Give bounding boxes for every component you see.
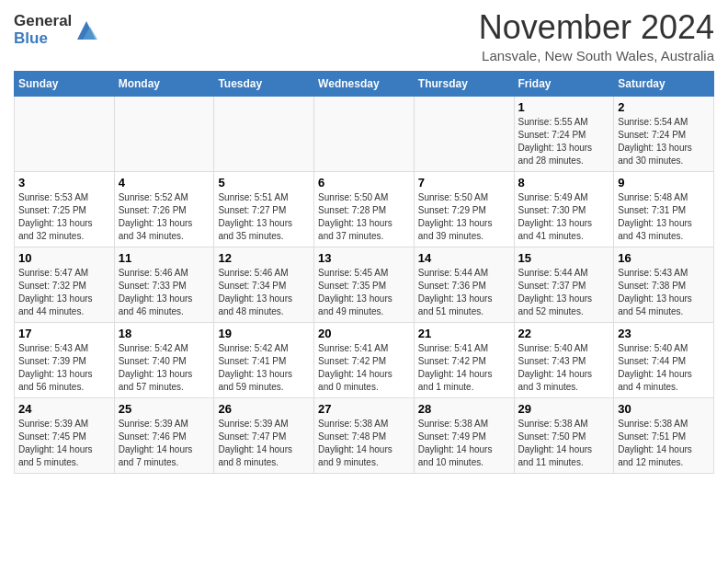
day-number: 28 (418, 402, 510, 416)
month-title: November 2024 (479, 9, 714, 46)
calendar-cell-w4-d5: 21Sunrise: 5:41 AM Sunset: 7:42 PM Dayli… (414, 322, 514, 397)
col-tuesday: Tuesday (214, 71, 314, 96)
day-info: Sunrise: 5:38 AM Sunset: 7:49 PM Dayligh… (418, 418, 510, 469)
calendar-week-4: 17Sunrise: 5:43 AM Sunset: 7:39 PM Dayli… (15, 322, 714, 397)
calendar-week-5: 24Sunrise: 5:39 AM Sunset: 7:45 PM Dayli… (15, 397, 714, 473)
day-info: Sunrise: 5:46 AM Sunset: 7:34 PM Dayligh… (218, 267, 310, 318)
calendar-table: Sunday Monday Tuesday Wednesday Thursday… (14, 71, 714, 474)
col-monday: Monday (114, 71, 214, 96)
location: Lansvale, New South Wales, Australia (479, 48, 714, 63)
calendar-cell-w1-d4 (314, 96, 415, 171)
day-number: 19 (218, 327, 310, 340)
calendar-cell-w2-d1: 3Sunrise: 5:53 AM Sunset: 7:25 PM Daylig… (15, 171, 115, 247)
calendar-cell-w3-d4: 13Sunrise: 5:45 AM Sunset: 7:35 PM Dayli… (314, 247, 415, 322)
calendar-week-1: 1Sunrise: 5:55 AM Sunset: 7:24 PM Daylig… (15, 96, 714, 171)
calendar-week-2: 3Sunrise: 5:53 AM Sunset: 7:25 PM Daylig… (15, 171, 714, 247)
logo-general-text: General (14, 13, 72, 30)
day-info: Sunrise: 5:38 AM Sunset: 7:51 PM Dayligh… (618, 418, 710, 469)
header-row: Sunday Monday Tuesday Wednesday Thursday… (15, 71, 714, 96)
calendar-cell-w4-d2: 18Sunrise: 5:42 AM Sunset: 7:40 PM Dayli… (114, 322, 214, 397)
day-info: Sunrise: 5:44 AM Sunset: 7:36 PM Dayligh… (418, 267, 510, 318)
day-number: 1 (518, 100, 610, 114)
calendar-cell-w2-d4: 6Sunrise: 5:50 AM Sunset: 7:28 PM Daylig… (314, 171, 415, 247)
logo-icon (74, 17, 99, 43)
day-info: Sunrise: 5:55 AM Sunset: 7:24 PM Dayligh… (518, 116, 610, 167)
col-wednesday: Wednesday (314, 71, 415, 96)
day-info: Sunrise: 5:50 AM Sunset: 7:29 PM Dayligh… (418, 191, 510, 243)
day-number: 21 (418, 327, 510, 340)
day-number: 23 (618, 327, 710, 340)
day-number: 14 (418, 251, 510, 265)
day-number: 24 (18, 402, 110, 416)
day-info: Sunrise: 5:39 AM Sunset: 7:46 PM Dayligh… (119, 418, 210, 469)
calendar-cell-w3-d3: 12Sunrise: 5:46 AM Sunset: 7:34 PM Dayli… (214, 247, 314, 322)
col-sunday: Sunday (15, 71, 115, 96)
calendar-cell-w3-d5: 14Sunrise: 5:44 AM Sunset: 7:36 PM Dayli… (414, 247, 514, 322)
day-number: 2 (618, 100, 710, 114)
day-info: Sunrise: 5:38 AM Sunset: 7:48 PM Dayligh… (318, 418, 410, 469)
calendar-cell-w2-d7: 9Sunrise: 5:48 AM Sunset: 7:31 PM Daylig… (614, 171, 714, 247)
calendar-cell-w5-d3: 26Sunrise: 5:39 AM Sunset: 7:47 PM Dayli… (214, 397, 314, 473)
day-number: 6 (318, 176, 410, 190)
calendar-cell-w5-d7: 30Sunrise: 5:38 AM Sunset: 7:51 PM Dayli… (614, 397, 714, 473)
calendar-cell-w1-d6: 1Sunrise: 5:55 AM Sunset: 7:24 PM Daylig… (514, 96, 614, 171)
day-number: 26 (218, 402, 310, 416)
day-number: 12 (218, 251, 310, 265)
day-info: Sunrise: 5:53 AM Sunset: 7:25 PM Dayligh… (18, 191, 110, 243)
day-info: Sunrise: 5:46 AM Sunset: 7:33 PM Dayligh… (119, 267, 210, 318)
calendar-cell-w4-d1: 17Sunrise: 5:43 AM Sunset: 7:39 PM Dayli… (15, 322, 115, 397)
calendar-cell-w4-d3: 19Sunrise: 5:42 AM Sunset: 7:41 PM Dayli… (214, 322, 314, 397)
day-number: 13 (318, 251, 410, 265)
day-info: Sunrise: 5:38 AM Sunset: 7:50 PM Dayligh… (518, 418, 610, 469)
calendar-cell-w5-d4: 27Sunrise: 5:38 AM Sunset: 7:48 PM Dayli… (314, 397, 415, 473)
day-info: Sunrise: 5:48 AM Sunset: 7:31 PM Dayligh… (618, 191, 710, 243)
day-number: 18 (119, 327, 210, 340)
day-number: 5 (218, 176, 310, 190)
day-info: Sunrise: 5:50 AM Sunset: 7:28 PM Dayligh… (318, 191, 410, 243)
day-number: 8 (518, 176, 610, 190)
calendar-header: Sunday Monday Tuesday Wednesday Thursday… (15, 71, 714, 96)
calendar-cell-w1-d1 (15, 96, 115, 171)
day-number: 15 (518, 251, 610, 265)
day-info: Sunrise: 5:41 AM Sunset: 7:42 PM Dayligh… (318, 342, 410, 394)
day-info: Sunrise: 5:43 AM Sunset: 7:38 PM Dayligh… (618, 267, 710, 318)
day-info: Sunrise: 5:40 AM Sunset: 7:44 PM Dayligh… (618, 342, 710, 394)
day-info: Sunrise: 5:43 AM Sunset: 7:39 PM Dayligh… (18, 342, 110, 394)
col-thursday: Thursday (414, 71, 514, 96)
day-info: Sunrise: 5:39 AM Sunset: 7:47 PM Dayligh… (218, 418, 310, 469)
day-number: 7 (418, 176, 510, 190)
calendar-cell-w2-d3: 5Sunrise: 5:51 AM Sunset: 7:27 PM Daylig… (214, 171, 314, 247)
logo: General Blue (14, 13, 99, 47)
calendar-cell-w1-d5 (414, 96, 514, 171)
day-number: 10 (18, 251, 110, 265)
day-number: 29 (518, 402, 610, 416)
calendar-cell-w3-d6: 15Sunrise: 5:44 AM Sunset: 7:37 PM Dayli… (514, 247, 614, 322)
day-number: 25 (119, 402, 210, 416)
calendar-body: 1Sunrise: 5:55 AM Sunset: 7:24 PM Daylig… (15, 96, 714, 473)
day-number: 20 (318, 327, 410, 340)
calendar-cell-w5-d1: 24Sunrise: 5:39 AM Sunset: 7:45 PM Dayli… (15, 397, 115, 473)
calendar-cell-w5-d2: 25Sunrise: 5:39 AM Sunset: 7:46 PM Dayli… (114, 397, 214, 473)
page-header: General Blue November 2024 Lansvale, New… (14, 9, 714, 63)
calendar-cell-w1-d3 (214, 96, 314, 171)
calendar-cell-w2-d6: 8Sunrise: 5:49 AM Sunset: 7:30 PM Daylig… (514, 171, 614, 247)
day-info: Sunrise: 5:49 AM Sunset: 7:30 PM Dayligh… (518, 191, 610, 243)
calendar-cell-w4-d4: 20Sunrise: 5:41 AM Sunset: 7:42 PM Dayli… (314, 322, 415, 397)
day-number: 4 (119, 176, 210, 190)
calendar-cell-w3-d2: 11Sunrise: 5:46 AM Sunset: 7:33 PM Dayli… (114, 247, 214, 322)
day-info: Sunrise: 5:47 AM Sunset: 7:32 PM Dayligh… (18, 267, 110, 318)
day-info: Sunrise: 5:39 AM Sunset: 7:45 PM Dayligh… (18, 418, 110, 469)
logo-blue-text: Blue (14, 30, 72, 48)
day-info: Sunrise: 5:51 AM Sunset: 7:27 PM Dayligh… (218, 191, 310, 243)
calendar-week-3: 10Sunrise: 5:47 AM Sunset: 7:32 PM Dayli… (15, 247, 714, 322)
day-info: Sunrise: 5:54 AM Sunset: 7:24 PM Dayligh… (618, 116, 710, 167)
calendar-cell-w5-d6: 29Sunrise: 5:38 AM Sunset: 7:50 PM Dayli… (514, 397, 614, 473)
day-number: 22 (518, 327, 610, 340)
col-friday: Friday (514, 71, 614, 96)
calendar-cell-w4-d7: 23Sunrise: 5:40 AM Sunset: 7:44 PM Dayli… (614, 322, 714, 397)
day-number: 17 (18, 327, 110, 340)
day-number: 9 (618, 176, 710, 190)
calendar-cell-w3-d7: 16Sunrise: 5:43 AM Sunset: 7:38 PM Dayli… (614, 247, 714, 322)
day-number: 11 (119, 251, 210, 265)
calendar-cell-w5-d5: 28Sunrise: 5:38 AM Sunset: 7:49 PM Dayli… (414, 397, 514, 473)
